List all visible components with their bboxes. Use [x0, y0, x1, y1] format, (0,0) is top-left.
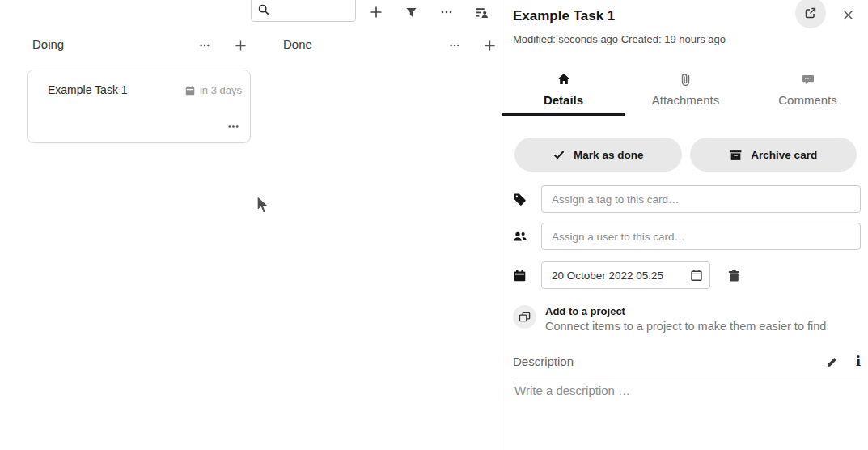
add-icon — [484, 40, 496, 52]
board-menu-button[interactable] — [434, 0, 459, 24]
tag-row — [513, 185, 861, 213]
info-icon: i — [856, 355, 861, 368]
column-done-add-card-button[interactable] — [479, 35, 500, 56]
filter-icon — [405, 6, 417, 19]
add-to-project-row[interactable]: Add to a project Connect items to a proj… — [513, 305, 861, 333]
users-icon — [513, 230, 541, 243]
card-due-date: in 3 days — [184, 84, 242, 96]
due-date-field[interactable]: 20 October 2022 05:25 — [541, 261, 710, 289]
app-window: Doing Done Example Task 1 — [0, 0, 868, 450]
search-icon — [258, 4, 269, 15]
card-due-label: in 3 days — [200, 84, 242, 96]
more-icon — [199, 40, 210, 51]
add-to-project-title: Add to a project — [545, 305, 826, 317]
comments-icon — [802, 72, 815, 87]
column-doing-add-card-button[interactable] — [230, 35, 251, 56]
add-icon — [235, 40, 247, 52]
calendar-icon — [184, 85, 196, 96]
column-doing-menu-button[interactable] — [194, 35, 215, 56]
add-to-project-subtitle: Connect items to a project to make them … — [545, 320, 826, 333]
trash-icon — [727, 269, 741, 282]
card-menu-button[interactable] — [227, 121, 239, 133]
panel-meta: Modified: seconds ago Created: 19 hours … — [513, 33, 726, 45]
date-picker-button[interactable] — [690, 269, 703, 282]
description-header: Description i — [513, 354, 861, 376]
assign-tag-input[interactable] — [541, 185, 861, 213]
search-input[interactable] — [251, 0, 356, 22]
column-title-doing: Doing — [32, 37, 64, 51]
tab-label: Attachments — [652, 93, 719, 107]
user-row — [513, 223, 861, 250]
mark-as-done-label: Mark as done — [574, 149, 643, 161]
card-details-toggle-button[interactable] — [469, 0, 493, 24]
archive-icon — [729, 148, 743, 162]
more-icon — [227, 121, 239, 133]
description-info-button[interactable]: i — [856, 355, 861, 368]
due-date-value: 20 October 2022 05:25 — [552, 270, 663, 282]
tab-comments[interactable]: Comments — [747, 69, 868, 116]
close-panel-button[interactable] — [839, 6, 857, 23]
edit-icon — [826, 356, 838, 368]
check-icon — [553, 148, 565, 161]
tag-icon — [513, 193, 541, 206]
kanban-board: Doing Done Example Task 1 — [0, 0, 502, 450]
export-icon — [804, 6, 817, 19]
kanban-card[interactable]: Example Task 1 in 3 days — [27, 70, 251, 143]
card-details-panel: Example Task 1 Modified: seconds ago Cre… — [502, 0, 868, 450]
project-icon — [513, 305, 536, 329]
tab-label: Details — [544, 93, 583, 107]
card-list-icon — [475, 6, 489, 19]
remove-due-date-button[interactable] — [727, 269, 741, 282]
home-icon — [557, 72, 570, 87]
calendar-outline-icon — [690, 269, 703, 282]
tab-attachments[interactable]: Attachments — [625, 69, 747, 116]
due-date-row: 20 October 2022 05:25 — [513, 261, 861, 289]
description-label: Description — [513, 354, 826, 368]
more-icon — [449, 40, 460, 51]
archive-card-button[interactable]: Archive card — [690, 138, 857, 172]
cursor-icon — [256, 195, 270, 215]
search-text[interactable] — [273, 1, 352, 13]
column-done-menu-button[interactable] — [444, 35, 465, 56]
calendar-icon — [513, 269, 541, 282]
archive-card-label: Archive card — [751, 149, 817, 161]
add-icon — [370, 6, 383, 19]
close-icon — [842, 9, 854, 21]
card-actions: Mark as done Archive card — [514, 138, 857, 172]
mark-as-done-button[interactable]: Mark as done — [514, 138, 682, 172]
tab-label: Comments — [778, 93, 837, 107]
column-title-done: Done — [283, 37, 312, 51]
description-placeholder[interactable]: Write a description … — [514, 384, 630, 397]
assign-user-input[interactable] — [541, 223, 861, 250]
card-title: Example Task 1 — [48, 83, 128, 96]
attachment-icon — [680, 72, 691, 87]
tab-details[interactable]: Details — [502, 69, 625, 116]
filter-button[interactable] — [399, 0, 423, 24]
panel-title: Example Task 1 — [513, 8, 615, 24]
edit-description-button[interactable] — [826, 356, 838, 368]
add-list-button[interactable] — [364, 0, 388, 24]
more-icon — [440, 6, 453, 19]
panel-tabs: Details Attachments Comments — [502, 69, 868, 116]
open-in-window-button[interactable] — [795, 0, 826, 28]
